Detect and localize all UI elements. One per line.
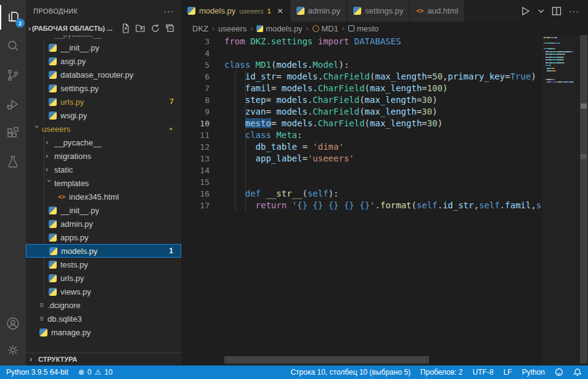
tree-file-tests.py[interactable]: tests.py: [26, 258, 181, 271]
tree-folder-migrations[interactable]: ›migrations: [26, 149, 181, 163]
code-line-7: famil= models.CharField(max_length=100): [224, 83, 542, 94]
refresh-icon[interactable]: [150, 23, 160, 33]
breadcrumb-item-models.py[interactable]: models.py: [256, 24, 302, 33]
breadcrumb-item-MD1[interactable]: MD1: [312, 24, 338, 33]
editor-more-actions-icon[interactable]: ···: [569, 6, 579, 16]
tab-models.py[interactable]: models.pyuseeers1✕: [181, 0, 290, 22]
tree-item-label: settings.py: [60, 84, 99, 93]
tree-file-manage.py[interactable]: manage.py: [26, 325, 181, 339]
tree-file-models.py[interactable]: models.py1: [26, 244, 181, 258]
tree-file-.dcignore[interactable]: ≡.dcignore: [26, 298, 181, 312]
tree-file-database_roouter.py[interactable]: database_roouter.py: [26, 68, 181, 81]
settings-gear-icon[interactable]: [0, 338, 26, 362]
line-number: 14: [181, 165, 210, 176]
tree-folder-templates[interactable]: ›templates: [26, 176, 181, 190]
tab-aud.html[interactable]: <>aud.html: [410, 0, 465, 22]
tree-file-__init__.py[interactable]: __init__.py: [26, 41, 181, 54]
python-interpreter[interactable]: Python 3.9.5 64-bit: [6, 368, 68, 377]
encoding-status[interactable]: UTF-8: [473, 368, 494, 377]
tree-item-label: manage.py: [51, 328, 91, 337]
tree-file-db.sqlite3[interactable]: ≡db.sqlite3: [26, 312, 181, 325]
feedback-icon[interactable]: [555, 368, 563, 377]
indentation-status[interactable]: Пробелов: 2: [420, 368, 463, 377]
outline-section-header[interactable]: › СТРУКТУРА: [26, 353, 181, 365]
new-folder-icon[interactable]: [136, 23, 145, 33]
overview-ruler-mark: [581, 104, 587, 108]
run-dropdown-chevron-icon[interactable]: [538, 8, 544, 14]
tab-settings.py[interactable]: settings.py: [347, 0, 410, 22]
breadcrumb-label: DKZ: [192, 24, 208, 33]
tree-item-label: __init__.py: [60, 43, 99, 52]
explorer-more-actions-icon[interactable]: ···: [163, 6, 174, 16]
tree-file-wsgi.py[interactable]: wsgi.py: [26, 108, 181, 122]
code-line-12: db_table = 'dima': [224, 141, 542, 153]
tree-file-settings.py[interactable]: settings.py: [26, 81, 181, 95]
warning-count: 10: [104, 368, 112, 377]
class-symbol-icon: [312, 25, 319, 32]
breadcrumb-item-DKZ[interactable]: DKZ: [192, 24, 208, 33]
line-number: 15: [181, 176, 210, 188]
tree-file-apps.py[interactable]: apps.py: [26, 230, 181, 244]
python-file-icon: [49, 57, 57, 65]
minimap[interactable]: [542, 35, 579, 365]
problems-status[interactable]: ⊗ 0 ⚠ 10: [78, 368, 113, 377]
breadcrumb-separator-icon: ›: [342, 24, 345, 33]
code-content[interactable]: from DKZ.settings import DATABASESclass …: [224, 36, 542, 211]
tree-file-asgi.py[interactable]: asgi.py: [26, 54, 181, 68]
scrollbar-thumb[interactable]: [580, 35, 587, 364]
breadcrumb-label: useeers: [218, 24, 247, 33]
breadcrumb-label: models.py: [266, 24, 302, 33]
eol-status[interactable]: LF: [504, 368, 512, 377]
python-file-icon: [49, 44, 57, 52]
new-file-icon[interactable]: [121, 23, 131, 33]
tree-folder-__pycache__[interactable]: ›__pycache__: [26, 136, 181, 149]
horizontal-scrollbar-thumb[interactable]: [224, 356, 429, 364]
breadcrumb-label: MD1: [322, 24, 338, 33]
search-icon[interactable]: [0, 34, 26, 59]
tree-folder-useeers[interactable]: ›useeers●: [26, 122, 181, 136]
tree-file-index345.html[interactable]: <>index345.html: [26, 190, 181, 203]
tree-file-views.py[interactable]: views.py: [26, 285, 181, 298]
python-file-icon: [49, 288, 57, 296]
tab-label: admin.py: [308, 6, 341, 15]
workspace-section-header[interactable]: › (РАБОЧАЯ ОБЛАСТЬ) ...: [26, 22, 181, 35]
error-count: 0: [88, 368, 92, 377]
account-icon[interactable]: [0, 311, 26, 336]
tree-folder-__pycache__[interactable]: ›__pycache__: [26, 35, 181, 41]
warning-icon: ⚠: [94, 368, 101, 377]
tree-file-urls.py[interactable]: urls.py: [26, 271, 181, 285]
breadcrumb-item-useeers[interactable]: useeers: [218, 24, 247, 33]
testing-icon[interactable]: [0, 150, 26, 174]
cursor-position[interactable]: Строка 10, столбец 10 (выбрано 5): [290, 368, 410, 377]
language-mode[interactable]: Python: [522, 368, 545, 377]
close-tab-icon[interactable]: ✕: [277, 7, 284, 15]
code-line-4: [224, 47, 542, 59]
run-python-file-icon[interactable]: [520, 6, 531, 17]
tree-item-label: models.py: [61, 247, 97, 256]
code-editor[interactable]: 34567891011121314151617 from DKZ.setting…: [181, 35, 588, 365]
tree-item-label: apps.py: [60, 233, 89, 242]
explorer-icon[interactable]: 2: [0, 5, 27, 30]
tree-folder-static[interactable]: ›static: [26, 163, 181, 176]
status-bar: Python 3.9.5 64-bit ⊗ 0 ⚠ 10 Строка 10, …: [0, 365, 588, 379]
tree-item-label: urls.py: [60, 97, 84, 107]
notifications-bell-icon[interactable]: [573, 368, 582, 377]
line-number: 9: [181, 106, 210, 118]
tree-file-__init__.py[interactable]: __init__.py: [26, 203, 181, 217]
run-debug-icon[interactable]: [0, 92, 26, 116]
collapse-all-icon[interactable]: [165, 23, 175, 33]
breadcrumb-item-mesto[interactable]: mesto: [348, 24, 378, 33]
tree-file-admin.py[interactable]: admin.py: [26, 217, 181, 230]
vertical-scrollbar[interactable]: [579, 35, 588, 365]
html-file-icon: <>: [58, 194, 65, 200]
tab-admin.py[interactable]: admin.py: [290, 0, 348, 22]
tree-item-label: admin.py: [60, 219, 93, 229]
extensions-icon[interactable]: [0, 121, 26, 145]
tree-item-label: db.sqlite3: [47, 314, 82, 324]
explorer-badge: 2: [15, 18, 25, 28]
code-line-10: mesto= models.CharField(max_length=30): [224, 118, 542, 129]
breadcrumb: DKZ›useeers›models.py›MD1›mesto: [181, 22, 588, 35]
source-control-icon[interactable]: [0, 63, 26, 88]
tree-file-urls.py[interactable]: urls.py7: [26, 95, 181, 108]
split-editor-icon[interactable]: [552, 6, 561, 16]
